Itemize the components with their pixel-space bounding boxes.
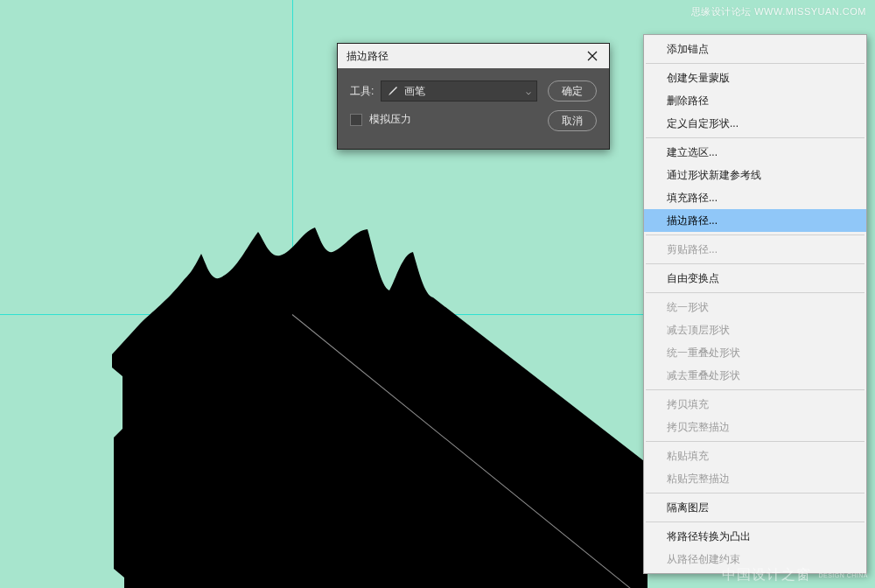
menu-item: 剪贴路径...: [644, 238, 866, 261]
menu-item[interactable]: 自由变换点: [644, 267, 866, 290]
menu-item[interactable]: 定义自定形状...: [644, 112, 866, 135]
menu-separator: [646, 234, 864, 235]
menu-item: 减去重叠处形状: [644, 364, 866, 387]
menu-item: 减去顶层形状: [644, 318, 866, 341]
menu-separator: [646, 522, 864, 522]
menu-item: 粘贴填充: [644, 444, 866, 467]
path-context-menu: 添加锚点创建矢量蒙版删除路径定义自定形状...建立选区...通过形状新建参考线填…: [643, 34, 867, 574]
menu-item[interactable]: 建立选区...: [644, 141, 866, 164]
watermark-bottom: 中国设计之窗 DESIGN CHINA: [722, 566, 868, 584]
menu-separator: [646, 63, 864, 64]
menu-item[interactable]: 创建矢量蒙版: [644, 66, 866, 89]
dialog-buttons: 确定 取消: [548, 80, 597, 131]
menu-separator: [646, 263, 864, 264]
guide-horizontal: [0, 314, 643, 315]
dialog-titlebar[interactable]: 描边路径: [338, 44, 609, 68]
menu-item[interactable]: 将路径转换为凸出: [644, 525, 866, 548]
menu-item: 粘贴完整描边: [644, 467, 866, 490]
menu-separator: [646, 137, 864, 138]
tool-value: 画笔: [404, 84, 425, 99]
menu-item[interactable]: 描边路径...: [644, 209, 866, 232]
dialog-body: 工具: 画笔 ⌵ 模拟压力 确定 取消: [338, 68, 609, 149]
menu-separator: [646, 292, 864, 293]
menu-item: 统一形状: [644, 296, 866, 318]
chevron-down-icon: ⌵: [526, 87, 531, 96]
close-icon[interactable]: [581, 47, 604, 65]
menu-separator: [646, 441, 864, 442]
pressure-checkbox[interactable]: [350, 114, 362, 126]
menu-separator: [646, 493, 864, 494]
watermark-top: 思缘设计论坛 WWW.MISSYUAN.COM: [691, 5, 866, 18]
ok-button[interactable]: 确定: [548, 80, 597, 102]
menu-item: 拷贝填充: [644, 393, 866, 416]
brush-icon: [387, 85, 399, 97]
watermark-bottom-main: 中国设计之窗: [722, 567, 811, 582]
menu-separator: [646, 389, 864, 390]
path-diagonal: [292, 314, 647, 588]
stroke-path-dialog: 描边路径 工具: 画笔 ⌵ 模拟压力 确定 取消: [337, 43, 610, 150]
guide-vertical: [292, 0, 293, 588]
menu-item[interactable]: 隔离图层: [644, 496, 866, 519]
menu-item: 拷贝完整描边: [644, 416, 866, 438]
menu-item[interactable]: 添加锚点: [644, 38, 866, 60]
menu-item[interactable]: 填充路径...: [644, 186, 866, 209]
tool-select[interactable]: 画笔 ⌵: [381, 80, 537, 102]
menu-item: 统一重叠处形状: [644, 341, 866, 364]
dialog-controls: 工具: 画笔 ⌵ 模拟压力: [350, 80, 537, 131]
pressure-label: 模拟压力: [369, 112, 411, 127]
cancel-button[interactable]: 取消: [548, 110, 597, 131]
tool-label: 工具:: [350, 84, 374, 99]
watermark-bottom-sub: DESIGN CHINA: [818, 572, 868, 578]
canvas-shape: [105, 228, 648, 588]
dialog-title: 描边路径: [346, 49, 581, 64]
menu-item[interactable]: 删除路径: [644, 89, 866, 112]
menu-item[interactable]: 通过形状新建参考线: [644, 164, 866, 186]
